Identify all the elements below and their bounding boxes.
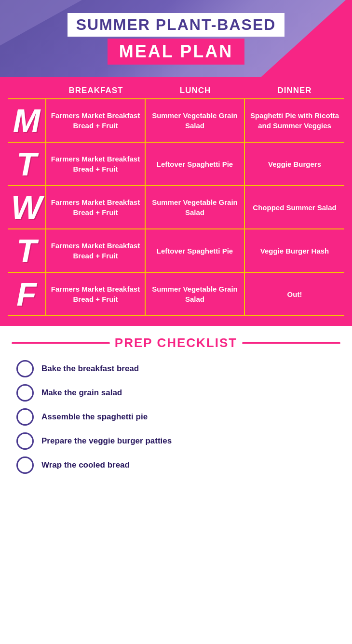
checklist-label: Wrap the cooled bread xyxy=(41,460,130,470)
day-letter-cell: M xyxy=(8,99,46,142)
day-letter-cell: T xyxy=(8,143,46,185)
prep-checklist-title: PREP CHECKLIST xyxy=(115,335,237,350)
checklist-item: Prepare the veggie burger patties xyxy=(16,432,336,450)
day-letter-cell: W xyxy=(8,186,46,228)
checklist-label: Prepare the veggie burger patties xyxy=(41,436,172,446)
lunch-cell: Summer Vegetable Grain Salad xyxy=(146,186,245,228)
day-letter: F xyxy=(16,278,37,310)
checklist-label: Make the grain salad xyxy=(41,388,122,398)
col-header-empty xyxy=(8,82,46,98)
checklist-items: Bake the breakfast bread Make the grain … xyxy=(12,360,340,474)
prep-title-line-left xyxy=(12,342,110,344)
meal-rows: M Farmers Market Breakfast Bread + Fruit… xyxy=(8,98,344,316)
lunch-cell: Summer Vegetable Grain Salad xyxy=(146,99,245,142)
col-header-breakfast: BREAKFAST xyxy=(46,82,146,98)
checklist-item: Assemble the spaghetti pie xyxy=(16,408,336,426)
breakfast-cell: Farmers Market Breakfast Bread + Fruit xyxy=(46,99,146,142)
day-letter-cell: F xyxy=(8,273,46,315)
lunch-cell: Summer Vegetable Grain Salad xyxy=(146,273,245,315)
dinner-cell: Veggie Burgers xyxy=(245,143,344,185)
meal-row: M Farmers Market Breakfast Bread + Fruit… xyxy=(8,98,344,142)
checklist-label: Bake the breakfast bread xyxy=(41,364,139,374)
checklist-item: Wrap the cooled bread xyxy=(16,456,336,474)
dinner-cell: Out! xyxy=(245,273,344,315)
header-title-line2: MEAL PLAN xyxy=(108,39,244,65)
meal-row: T Farmers Market Breakfast Bread + Fruit… xyxy=(8,228,344,272)
header-title-line1: SUMMER PLANT-BASED xyxy=(68,13,285,37)
col-header-dinner: DINNER xyxy=(245,82,344,98)
header-section: SUMMER PLANT-BASED MEAL PLAN xyxy=(0,0,352,77)
checklist-circle[interactable] xyxy=(16,456,34,474)
meal-plan-section: BREAKFAST LUNCH DINNER M Farmers Market … xyxy=(0,77,352,326)
checklist-circle[interactable] xyxy=(16,408,34,426)
lunch-cell: Leftover Spaghetti Pie xyxy=(146,143,245,185)
checklist-circle[interactable] xyxy=(16,432,34,450)
day-letter: T xyxy=(16,148,37,180)
lunch-cell: Leftover Spaghetti Pie xyxy=(146,229,245,272)
dinner-cell: Veggie Burger Hash xyxy=(245,229,344,272)
day-letter: T xyxy=(16,234,37,267)
dinner-cell: Spaghetti Pie with Ricotta and Summer Ve… xyxy=(245,99,344,142)
checklist-label: Assemble the spaghetti pie xyxy=(41,412,148,422)
checklist-circle[interactable] xyxy=(16,360,34,377)
col-header-lunch: LUNCH xyxy=(146,82,245,98)
day-letter-cell: T xyxy=(8,229,46,272)
prep-title-line-right xyxy=(242,342,340,344)
day-letter: M xyxy=(13,104,41,137)
checklist-circle[interactable] xyxy=(16,384,34,402)
breakfast-cell: Farmers Market Breakfast Bread + Fruit xyxy=(46,273,146,315)
checklist-item: Make the grain salad xyxy=(16,384,336,402)
meal-row: F Farmers Market Breakfast Bread + Fruit… xyxy=(8,272,344,316)
checklist-item: Bake the breakfast bread xyxy=(16,360,336,377)
dinner-cell: Chopped Summer Salad xyxy=(245,186,344,228)
prep-title-wrap: PREP CHECKLIST xyxy=(12,335,340,350)
breakfast-cell: Farmers Market Breakfast Bread + Fruit xyxy=(46,143,146,185)
prep-section: PREP CHECKLIST Bake the breakfast bread … xyxy=(0,326,352,488)
day-letter: W xyxy=(11,191,42,224)
meal-row: W Farmers Market Breakfast Bread + Fruit… xyxy=(8,185,344,228)
breakfast-cell: Farmers Market Breakfast Bread + Fruit xyxy=(46,229,146,272)
meal-row: T Farmers Market Breakfast Bread + Fruit… xyxy=(8,142,344,185)
column-headers: BREAKFAST LUNCH DINNER xyxy=(8,82,344,98)
breakfast-cell: Farmers Market Breakfast Bread + Fruit xyxy=(46,186,146,228)
header-content: SUMMER PLANT-BASED MEAL PLAN xyxy=(68,13,285,65)
